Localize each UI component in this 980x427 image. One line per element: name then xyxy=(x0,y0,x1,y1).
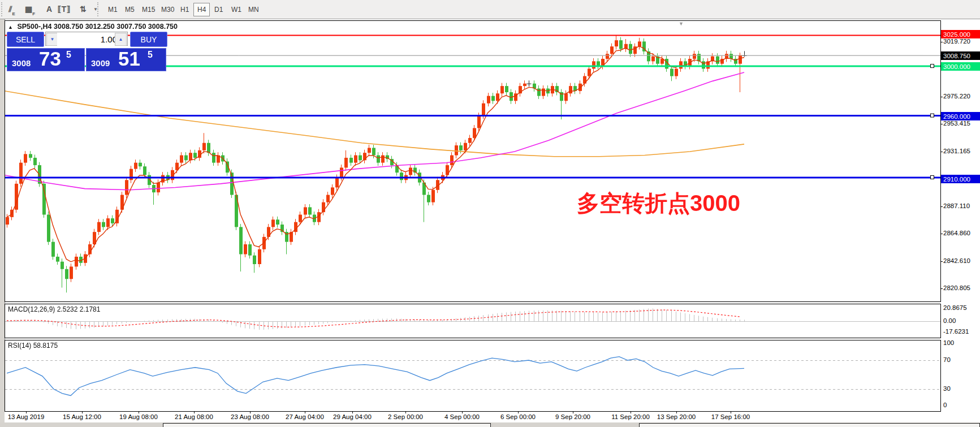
price-tick-label: 2975.220 xyxy=(943,93,970,100)
draw-study-icon[interactable]: ⫽E xyxy=(5,2,19,16)
timeframe-button-m5[interactable]: M5 xyxy=(121,3,139,16)
rsi-tick-label: 0 xyxy=(943,402,947,408)
timeframe-button-d1[interactable]: D1 xyxy=(210,3,227,16)
price-level-badge: 2910.000 xyxy=(941,175,980,183)
sell-price-box[interactable]: 3008 73 5 xyxy=(7,48,85,71)
rsi-label: RSI(14) 58.8175 xyxy=(8,342,58,350)
macd-canvas xyxy=(5,304,940,338)
price-tick-label: 2842.610 xyxy=(943,257,970,264)
text-icon[interactable]: A xyxy=(42,2,57,16)
macd-tick-label: 20.8675 xyxy=(943,304,967,311)
time-tick-label: 29 Aug 04:00 xyxy=(333,413,372,420)
time-axis[interactable]: 13 Aug 201915 Aug 12:0019 Aug 08:0021 Au… xyxy=(5,412,941,422)
text-label-icon[interactable]: ⟦T⟧ xyxy=(57,2,71,16)
axis-tick-mark xyxy=(940,261,943,262)
buy-price-handle: 3009 xyxy=(91,58,110,68)
timeframe-button-w1[interactable]: W1 xyxy=(227,3,245,16)
timeframe-button-m1[interactable]: M1 xyxy=(104,3,122,16)
time-tick-label: 9 Sep 20:00 xyxy=(555,413,590,420)
macd-tick-label: -17.6231 xyxy=(943,328,969,335)
sell-price-pip: 5 xyxy=(66,50,71,60)
buy-price-box[interactable]: 3009 51 5 xyxy=(86,48,166,71)
price-tick-label: 2931.165 xyxy=(943,148,970,154)
sell-price-main: 73 xyxy=(39,48,61,70)
price-level-badge: 3008.750 xyxy=(941,51,980,60)
background-window-fragment xyxy=(639,423,980,427)
axis-tick-mark xyxy=(940,288,943,289)
bottom-window-strip xyxy=(0,422,980,427)
axis-tick-mark xyxy=(940,206,943,207)
volume-increase-button[interactable]: ▲ xyxy=(115,33,127,46)
toolbar: ⫽E▦FA⟦T⟧⇅▼ M1M5M15M30H1H4D1W1MN xyxy=(0,0,980,19)
time-tick-label: 4 Sep 00:00 xyxy=(444,413,480,420)
price-level-badge: 3000.000 xyxy=(941,62,980,71)
toolbar-drag-handle[interactable] xyxy=(97,2,101,16)
time-tick-label: 21 Aug 08:00 xyxy=(175,413,213,420)
timeframe-button-mn[interactable]: MN xyxy=(244,3,263,16)
price-axis[interactable]: 3019.7202997.4702975.2202953.4152931.165… xyxy=(941,20,980,412)
background-window-fragment xyxy=(163,423,491,427)
time-tick-label: 13 Aug 2019 xyxy=(8,413,45,420)
price-tick-label: 3019.720 xyxy=(943,38,970,45)
chart-dropdown-arrow-icon[interactable]: ▼ xyxy=(679,21,684,27)
quote-header: ▲ SP500-,H4 3008.750 3012.250 3007.750 3… xyxy=(8,23,178,31)
time-tick-label: 15 Aug 12:00 xyxy=(63,413,101,420)
axis-tick-mark xyxy=(940,152,943,152)
sell-price-handle: 3008 xyxy=(12,58,31,68)
time-tick-label: 19 Aug 08:00 xyxy=(119,413,158,420)
time-tick-label: 6 Sep 00:00 xyxy=(500,413,536,420)
rsi-tick-label: 70 xyxy=(943,356,951,363)
quote-ohlc-text: SP500-,H4 3008.750 3012.250 3007.750 300… xyxy=(17,23,178,31)
time-tick-label: 2 Sep 00:00 xyxy=(388,413,423,420)
macd-label: MACD(12,26,9) 2.5232 2.1781 xyxy=(8,305,100,313)
time-tick-label: 23 Aug 08:00 xyxy=(231,413,269,420)
rsi-tick-label: 30 xyxy=(943,385,951,392)
timeframe-button-h4[interactable]: H4 xyxy=(193,3,210,16)
price-level-badge: 2960.000 xyxy=(941,112,980,120)
price-tick-label: 2953.415 xyxy=(943,120,970,127)
timeframe-button-m15[interactable]: M15 xyxy=(138,3,159,16)
price-tick-label: 2820.805 xyxy=(943,284,970,291)
fibonacci-grid-icon[interactable]: ▦F xyxy=(23,2,37,16)
price-tick-label: 2864.860 xyxy=(943,230,970,236)
buy-price-main: 51 xyxy=(118,48,140,70)
timeframe-button-h1[interactable]: H1 xyxy=(176,3,193,16)
volume-spinner: ▼ ▲ xyxy=(45,32,128,46)
volume-input[interactable] xyxy=(57,32,118,46)
collapse-arrow-icon[interactable]: ▲ xyxy=(8,24,13,30)
price-tick-label: 2887.110 xyxy=(943,202,970,209)
macd-tick-label: 0.00 xyxy=(943,317,956,324)
one-click-trading-panel: SELL ▼ ▲ BUY 3008 73 5 3009 51 5 xyxy=(7,32,166,71)
price-level-badge: 3025.000 xyxy=(941,30,980,38)
time-tick-label: 11 Sep 20:00 xyxy=(611,413,650,420)
axis-tick-mark xyxy=(940,234,943,234)
chart-annotation-text: 多空转折点3000 xyxy=(577,188,740,219)
rsi-tick-label: 100 xyxy=(943,339,954,346)
axis-tick-mark xyxy=(940,97,943,97)
buy-price-pip: 5 xyxy=(148,50,153,60)
trading-terminal-window: ⫽E▦FA⟦T⟧⇅▼ M1M5M15M30H1H4D1W1MN ▲ SP500-… xyxy=(0,0,980,427)
buy-button[interactable]: BUY xyxy=(130,32,167,47)
volume-decrease-button[interactable]: ▼ xyxy=(46,33,58,46)
rsi-canvas xyxy=(5,340,940,411)
axis-tick-mark xyxy=(940,42,943,42)
time-tick-label: 13 Sep 20:00 xyxy=(657,413,696,420)
axis-tick-mark xyxy=(940,124,943,124)
time-tick-label: 27 Aug 04:00 xyxy=(286,413,324,420)
sell-button[interactable]: SELL xyxy=(7,32,44,47)
time-tick-label: 17 Sep 16:00 xyxy=(711,413,750,420)
timeframe-button-m30[interactable]: M30 xyxy=(157,3,178,16)
